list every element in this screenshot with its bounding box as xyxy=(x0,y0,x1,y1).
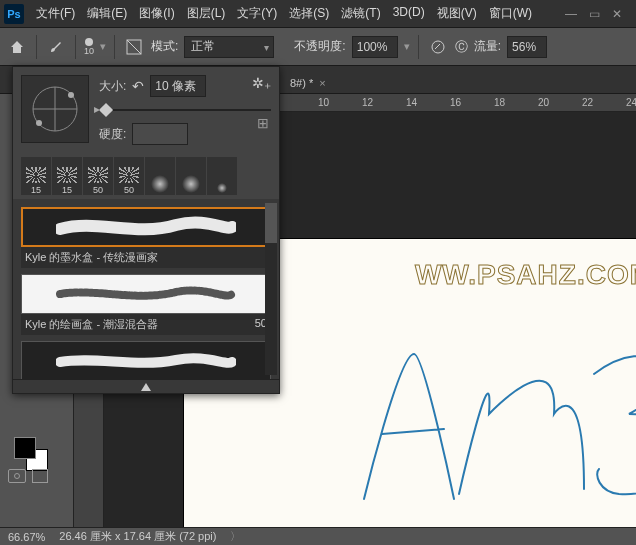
flow-input[interactable]: 56% xyxy=(507,36,547,58)
brush-size-value: 10 xyxy=(84,46,94,56)
maximize-icon[interactable]: ▭ xyxy=(589,7,600,21)
menu-image[interactable]: 图像(I) xyxy=(135,3,178,24)
menu-window[interactable]: 窗口(W) xyxy=(485,3,536,24)
brush-preset-label: Kyle 的绘画盒 - 潮湿混合器 xyxy=(25,317,158,332)
menu-filter[interactable]: 滤镜(T) xyxy=(337,3,384,24)
brush-tool-icon[interactable] xyxy=(45,36,67,58)
menu-type[interactable]: 文字(Y) xyxy=(233,3,281,24)
app-logo: Ps xyxy=(4,4,24,24)
hardness-input[interactable] xyxy=(132,123,188,145)
menu-file[interactable]: 文件(F) xyxy=(32,3,79,24)
watermark-text: WW.PSAHZ.COM xyxy=(415,259,636,291)
brush-preset-label: Kyle 的墨水盒 - 传统漫画家 xyxy=(25,250,158,265)
quickmask-icon[interactable] xyxy=(8,469,26,483)
titlebar: Ps 文件(F) 编辑(E) 图像(I) 图层(L) 文字(Y) 选择(S) 滤… xyxy=(0,0,636,28)
brush-thumb[interactable]: 15 xyxy=(52,157,82,195)
opacity-input[interactable]: 100% xyxy=(352,36,398,58)
hardness-label: 硬度: xyxy=(99,126,126,143)
menu-3d[interactable]: 3D(D) xyxy=(389,3,429,24)
panel-resize-handle[interactable] xyxy=(13,379,279,393)
opacity-label: 不透明度: xyxy=(294,38,345,55)
handwriting-strokes xyxy=(344,319,636,519)
options-bar: 10 ▾ 模式: 正常 不透明度: 100% ▾ Ⓒ 流量: 56% xyxy=(0,28,636,66)
svg-point-5 xyxy=(68,92,74,98)
flow-label: 流量: xyxy=(474,38,501,55)
foreground-color-swatch[interactable] xyxy=(14,437,36,459)
brush-thumb[interactable] xyxy=(207,157,237,195)
status-bar: 66.67% 26.46 厘米 x 17.64 厘米 (72 ppi) 〉 xyxy=(0,527,636,545)
chevron-down-icon[interactable]: ▾ xyxy=(100,40,106,53)
flow-prefix-icon: Ⓒ xyxy=(455,38,468,56)
brush-thumb[interactable]: 50 xyxy=(83,157,113,195)
size-input[interactable]: 10 像素 xyxy=(150,75,206,97)
mode-label: 模式: xyxy=(151,38,178,55)
panel-menu-icon[interactable]: ✲₊ xyxy=(252,75,271,91)
brush-preset-item[interactable] xyxy=(21,341,271,379)
svg-point-6 xyxy=(36,120,42,126)
minimize-icon[interactable]: — xyxy=(565,7,577,21)
zoom-level[interactable]: 66.67% xyxy=(8,531,45,543)
brush-panel-toggle-icon[interactable] xyxy=(123,36,145,58)
brush-preset-item[interactable]: Kyle 的墨水盒 - 传统漫画家 xyxy=(21,207,271,268)
brush-thumb[interactable]: 50 xyxy=(114,157,144,195)
brush-size-preview[interactable]: 10 xyxy=(84,38,94,56)
tab-label: 8#) * xyxy=(290,77,313,89)
home-icon[interactable] xyxy=(6,36,28,58)
brush-preset-panel: ✲₊ ▸ 大小: ↶ 10 像素 硬度: xyxy=(12,66,280,394)
new-preset-icon[interactable]: ⊞ xyxy=(257,115,269,131)
menu-edit[interactable]: 编辑(E) xyxy=(83,3,131,24)
size-slider[interactable] xyxy=(99,105,271,115)
brush-thumb[interactable]: 15 xyxy=(21,157,51,195)
menu-view[interactable]: 视图(V) xyxy=(433,3,481,24)
blend-mode-select[interactable]: 正常 xyxy=(184,36,274,58)
pressure-opacity-icon[interactable] xyxy=(427,36,449,58)
brush-thumb[interactable] xyxy=(176,157,206,195)
menu-select[interactable]: 选择(S) xyxy=(285,3,333,24)
panel-scrollbar[interactable] xyxy=(265,203,277,375)
brush-preset-list: Kyle 的墨水盒 - 传统漫画家 Kyle 的绘画盒 - 潮湿混合器 50 xyxy=(13,199,279,379)
status-chevron-icon[interactable]: 〉 xyxy=(230,529,241,544)
screenmode-icon[interactable] xyxy=(32,469,48,483)
document-tab[interactable]: 8#) * × xyxy=(280,73,336,93)
size-label: 大小: xyxy=(99,78,126,95)
menu-layer[interactable]: 图层(L) xyxy=(183,3,230,24)
reset-size-icon[interactable]: ↶ xyxy=(132,78,144,94)
tab-close-icon[interactable]: × xyxy=(319,77,325,89)
main-menu: 文件(F) 编辑(E) 图像(I) 图层(L) 文字(Y) 选择(S) 滤镜(T… xyxy=(32,3,565,24)
close-icon[interactable]: ✕ xyxy=(612,7,622,21)
chevron-down-icon[interactable]: ▾ xyxy=(404,40,410,53)
svg-point-1 xyxy=(432,41,444,53)
window-controls: — ▭ ✕ xyxy=(565,7,632,21)
brush-angle-preview[interactable]: ▸ xyxy=(21,75,89,143)
brush-thumb[interactable] xyxy=(145,157,175,195)
document-info[interactable]: 26.46 厘米 x 17.64 厘米 (72 ppi) xyxy=(59,529,216,544)
brush-preset-item[interactable]: Kyle 的绘画盒 - 潮湿混合器 50 xyxy=(21,274,271,335)
brush-thumbnails: 15 15 50 50 xyxy=(13,153,279,199)
